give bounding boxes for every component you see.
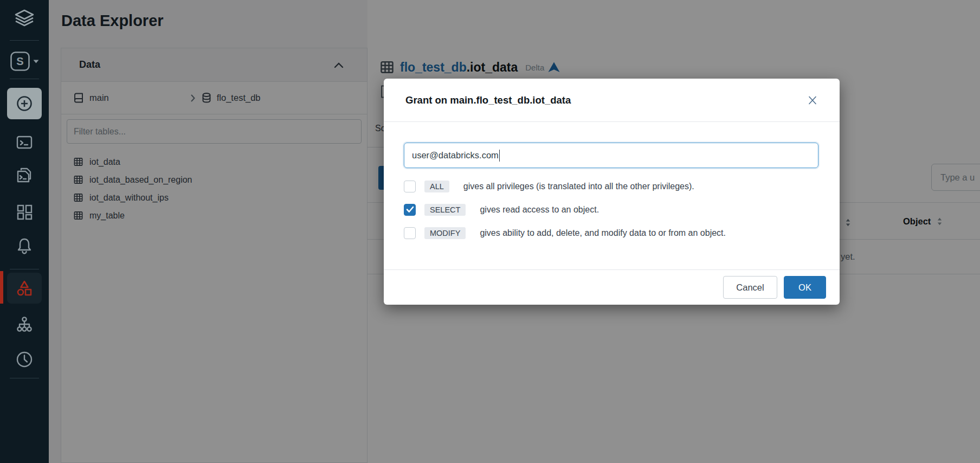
sidebar-item-sql-editor[interactable] bbox=[0, 130, 49, 154]
modify-checkbox[interactable] bbox=[404, 227, 416, 239]
sidebar-item-alerts[interactable] bbox=[0, 233, 49, 258]
active-indicator-bar bbox=[0, 271, 3, 304]
sql-editor-icon bbox=[16, 133, 33, 151]
data-explorer-icon bbox=[15, 279, 34, 298]
cancel-button[interactable]: Cancel bbox=[723, 276, 777, 299]
sidebar-item-dashboards[interactable] bbox=[0, 200, 49, 224]
clock-icon bbox=[15, 350, 34, 369]
modal-title: Grant on main.flo_test_db.iot_data bbox=[405, 94, 571, 106]
privilege-row-modify: MODIFY gives ability to add, delete, and… bbox=[404, 226, 818, 240]
databricks-logo[interactable] bbox=[0, 7, 49, 33]
privilege-description: gives all privileges (is translated into… bbox=[463, 182, 694, 191]
privilege-list: ALL gives all privileges (is translated … bbox=[404, 179, 818, 240]
privilege-badge: SELECT bbox=[424, 204, 466, 216]
workspace-switcher[interactable]: S bbox=[0, 49, 49, 74]
privilege-badge: MODIFY bbox=[424, 227, 466, 239]
modal-body: user@databricks.com ALL gives all privil… bbox=[384, 122, 840, 240]
modal-header: Grant on main.flo_test_db.iot_data bbox=[384, 79, 840, 122]
grantee-input[interactable]: user@databricks.com bbox=[404, 143, 818, 168]
sidebar-item-history[interactable] bbox=[0, 347, 49, 372]
modal-footer: Cancel OK bbox=[384, 269, 840, 305]
queries-icon bbox=[15, 166, 34, 184]
stack-logo-icon bbox=[12, 8, 36, 31]
check-icon bbox=[406, 206, 414, 213]
svg-text:S: S bbox=[16, 55, 23, 67]
privilege-description: gives read access to an object. bbox=[480, 205, 599, 215]
select-checkbox[interactable] bbox=[404, 204, 416, 216]
privilege-badge: ALL bbox=[424, 181, 449, 192]
privilege-description: gives ability to add, delete, and modify… bbox=[480, 228, 726, 238]
ok-button[interactable]: OK bbox=[784, 276, 826, 299]
sidebar-divider bbox=[10, 40, 39, 41]
close-button[interactable] bbox=[805, 93, 820, 108]
workflows-icon bbox=[15, 316, 34, 334]
all-checkbox[interactable] bbox=[404, 181, 416, 192]
sidebar-divider bbox=[10, 378, 39, 378]
sidebar-divider bbox=[10, 269, 39, 269]
dashboards-icon bbox=[16, 203, 33, 221]
sidebar-item-new[interactable] bbox=[7, 88, 42, 119]
text-cursor bbox=[499, 150, 500, 162]
privilege-row-all: ALL gives all privileges (is translated … bbox=[404, 179, 818, 194]
grant-modal: Grant on main.flo_test_db.iot_data user@… bbox=[384, 79, 840, 305]
privilege-row-select: SELECT gives read access to an object. bbox=[404, 202, 818, 217]
sidebar-item-data[interactable] bbox=[7, 273, 42, 304]
close-icon bbox=[807, 95, 818, 106]
bell-icon bbox=[15, 236, 34, 255]
plus-circle-icon bbox=[16, 95, 33, 112]
sidebar: S bbox=[0, 0, 49, 463]
chevron-down-icon bbox=[33, 60, 39, 63]
sidebar-item-queries[interactable] bbox=[0, 163, 49, 188]
workspace-s-icon: S bbox=[10, 51, 30, 72]
sidebar-item-workflows[interactable] bbox=[0, 312, 49, 337]
grantee-input-value: user@databricks.com bbox=[412, 150, 499, 160]
sidebar-divider bbox=[10, 79, 39, 79]
